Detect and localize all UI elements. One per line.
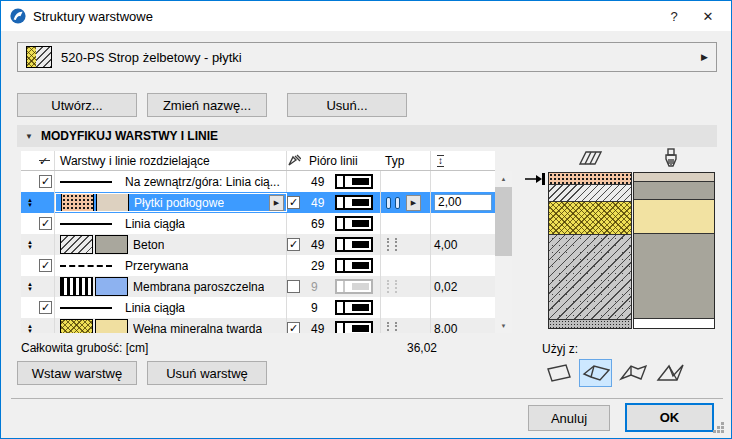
separator-line-row[interactable]: ✓Na zewnątrz/góra: Linia cią...49 bbox=[21, 171, 495, 192]
pen-number[interactable]: 69 bbox=[307, 213, 335, 234]
pen-check-cell[interactable] bbox=[287, 276, 307, 297]
row-visibility-cell[interactable]: ✓ bbox=[39, 297, 55, 318]
layer-row[interactable]: ▲▼Beton✓494,00 bbox=[21, 234, 495, 255]
thickness-cell[interactable] bbox=[431, 213, 495, 234]
pen-visibility-checkbox[interactable]: ✓ bbox=[287, 196, 300, 209]
line-visibility-checkbox[interactable]: ✓ bbox=[39, 175, 52, 188]
pen-number[interactable]: 49 bbox=[307, 234, 335, 255]
line-visibility-checkbox[interactable]: ✓ bbox=[39, 217, 52, 230]
line-visibility-checkbox[interactable]: ✓ bbox=[39, 259, 52, 272]
thickness-input[interactable]: 2,00 bbox=[434, 194, 492, 211]
pen-color-chip[interactable] bbox=[335, 216, 373, 231]
ok-button[interactable]: OK bbox=[625, 403, 714, 432]
row-name-cell[interactable]: Linia ciągła bbox=[55, 213, 287, 234]
resize-grip[interactable] bbox=[713, 422, 716, 425]
pen-color-chip[interactable] bbox=[335, 258, 373, 273]
slab-tool-toggle[interactable] bbox=[579, 359, 612, 387]
header-name[interactable]: Warstwy i linie rozdzielające bbox=[55, 151, 287, 170]
thickness-cell[interactable] bbox=[431, 297, 495, 318]
type-cell[interactable] bbox=[381, 276, 431, 297]
cut-fill-swatch[interactable] bbox=[60, 319, 93, 333]
type-cell[interactable]: ▶ bbox=[381, 192, 431, 213]
roof-tool-toggle[interactable] bbox=[616, 359, 649, 387]
cut-fill-swatch[interactable] bbox=[60, 235, 93, 254]
pen-hatch-header-icon[interactable] bbox=[287, 151, 307, 170]
pen-chip-cell[interactable] bbox=[335, 192, 381, 213]
delete-button[interactable]: Usuń... bbox=[287, 93, 407, 117]
line-visibility-checkbox[interactable]: ✓ bbox=[39, 301, 52, 314]
pen-color-chip[interactable] bbox=[335, 321, 373, 333]
wall-tool-toggle[interactable] bbox=[542, 359, 575, 387]
row-handle-cell[interactable]: ▲▼ bbox=[21, 318, 39, 333]
pen-chip-cell[interactable] bbox=[335, 234, 381, 255]
row-name-cell[interactable]: Linia ciągła bbox=[55, 297, 287, 318]
section-modify-layers[interactable]: ▼ MODYFIKUJ WARSTWY I LINIE bbox=[17, 125, 717, 147]
type-dropdown-button[interactable]: ▶ bbox=[406, 195, 421, 211]
pen-visibility-checkbox[interactable]: ✓ bbox=[287, 322, 300, 333]
pen-number[interactable]: 49 bbox=[307, 192, 335, 213]
thickness-header-icon[interactable]: ↕ bbox=[431, 151, 495, 170]
pen-color-chip[interactable] bbox=[335, 174, 373, 189]
row-drag-handle-icon[interactable]: ▲▼ bbox=[21, 282, 39, 292]
scrollbar-thumb[interactable] bbox=[495, 187, 512, 256]
separator-line-row[interactable]: ✓Linia ciągła9 bbox=[21, 297, 495, 318]
row-name-cell[interactable]: Membrana paroszczelna bbox=[55, 276, 287, 297]
title-bar[interactable]: Struktury warstwowe ? ✕ bbox=[1, 1, 731, 31]
pen-number[interactable]: 49 bbox=[307, 171, 335, 192]
row-handle-cell[interactable]: ▲▼ bbox=[21, 234, 39, 255]
separator-line-row[interactable]: ✓Przerywana29 bbox=[21, 255, 495, 276]
type-cell[interactable] bbox=[381, 318, 431, 333]
remove-layer-button[interactable]: Usuń warstwę bbox=[147, 361, 267, 385]
pen-check-cell[interactable]: ✓ bbox=[287, 318, 307, 333]
row-name-cell[interactable]: Wełna mineralna twarda bbox=[55, 318, 287, 333]
thickness-cell[interactable] bbox=[431, 255, 495, 276]
visibility-header-icon[interactable]: ✓ bbox=[39, 151, 55, 170]
row-handle-cell[interactable]: ▲▼ bbox=[21, 276, 39, 297]
row-name-cell[interactable]: Płytki podłogowe▶ bbox=[55, 193, 287, 212]
type-cell[interactable] bbox=[381, 234, 431, 255]
row-drag-handle-icon[interactable]: ▲▼ bbox=[21, 240, 39, 250]
row-name-cell[interactable]: Na zewnątrz/góra: Linia cią... bbox=[55, 171, 287, 192]
row-visibility-cell[interactable]: ✓ bbox=[39, 171, 55, 192]
header-type[interactable]: Typ bbox=[381, 151, 431, 170]
row-drag-handle-icon[interactable]: ▲▼ bbox=[21, 324, 39, 334]
pen-check-cell[interactable]: ✓ bbox=[287, 234, 307, 255]
thickness-cell[interactable] bbox=[431, 171, 495, 192]
thickness-cell[interactable]: 8,00 bbox=[431, 318, 495, 333]
chevron-right-icon[interactable]: ▶ bbox=[701, 52, 708, 62]
row-drag-handle-icon[interactable]: ▲▼ bbox=[21, 198, 39, 208]
create-button[interactable]: Utwórz... bbox=[17, 93, 137, 117]
scroll-up-icon[interactable]: ▲ bbox=[495, 171, 512, 186]
rename-button[interactable]: Zmień nazwę... bbox=[147, 93, 267, 117]
pen-chip-cell[interactable] bbox=[335, 213, 381, 234]
pen-number[interactable]: 9 bbox=[307, 297, 335, 318]
row-visibility-cell[interactable]: ✓ bbox=[39, 255, 55, 276]
thickness-cell[interactable]: 0,02 bbox=[431, 276, 495, 297]
header-pen[interactable]: Pióro linii bbox=[307, 151, 381, 170]
layer-row[interactable]: ▲▼Wełna mineralna twarda✓498,00 bbox=[21, 318, 495, 333]
pen-check-cell[interactable]: ✓ bbox=[287, 192, 307, 213]
row-name-cell[interactable]: Przerywana bbox=[55, 255, 287, 276]
row-handle-cell[interactable]: ▲▼ bbox=[21, 192, 39, 213]
pen-visibility-checkbox[interactable]: ✓ bbox=[287, 238, 300, 251]
help-button[interactable]: ? bbox=[657, 1, 691, 31]
pen-color-chip[interactable] bbox=[335, 279, 373, 294]
separator-line-row[interactable]: ✓Linia ciągła69 bbox=[21, 213, 495, 234]
row-visibility-cell[interactable]: ✓ bbox=[39, 213, 55, 234]
cut-fill-swatch[interactable] bbox=[60, 277, 93, 296]
surface-color-swatch[interactable] bbox=[95, 277, 128, 296]
surface-color-swatch[interactable] bbox=[96, 193, 129, 212]
pen-chip-cell[interactable] bbox=[335, 171, 381, 192]
row-name-cell[interactable]: Beton bbox=[55, 234, 287, 255]
surface-color-swatch[interactable] bbox=[95, 319, 128, 333]
layer-name-dropdown-button[interactable]: ▶ bbox=[269, 195, 284, 211]
surface-color-swatch[interactable] bbox=[95, 235, 128, 254]
pen-number[interactable]: 9 bbox=[307, 276, 335, 297]
pen-chip-cell[interactable] bbox=[335, 318, 381, 333]
pen-number[interactable]: 29 bbox=[307, 255, 335, 276]
shell-tool-toggle[interactable] bbox=[653, 359, 686, 387]
pen-chip-cell[interactable] bbox=[335, 297, 381, 318]
pen-color-chip[interactable] bbox=[335, 237, 373, 252]
pen-chip-cell[interactable] bbox=[335, 255, 381, 276]
insert-layer-button[interactable]: Wstaw warstwę bbox=[17, 361, 137, 385]
